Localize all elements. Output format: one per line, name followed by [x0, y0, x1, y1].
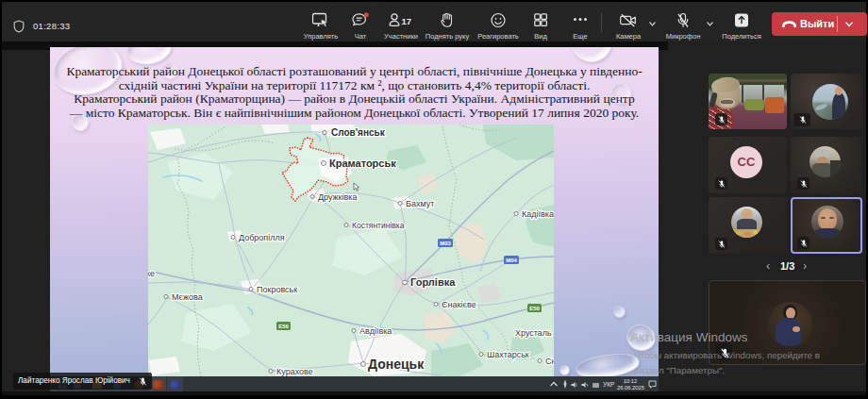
svg-text:Єнакієве: Єнакієве — [442, 300, 476, 309]
svg-text:Курахове: Курахове — [276, 367, 313, 376]
svg-text:17: 17 — [402, 16, 412, 26]
svg-text:Авдіївка: Авдіївка — [359, 326, 392, 336]
svg-text:E50: E50 — [278, 324, 289, 329]
svg-text:Шахтарськ: Шахтарськ — [487, 350, 529, 359]
svg-text:Добропілля: Добропілля — [239, 233, 285, 242]
svg-text:Покровськ: Покровськ — [257, 285, 297, 294]
svg-text:Костянтинівка: Костянтинівка — [352, 221, 405, 230]
svg-text:Донецьк: Донецьк — [368, 357, 425, 372]
svg-text:Слов'янськ: Слов'янськ — [331, 127, 386, 138]
svg-text:ке: ке — [148, 269, 155, 278]
svg-text:Хрусталь: Хрусталь — [515, 328, 552, 338]
svg-text:Сн: Сн — [545, 357, 554, 366]
svg-text:Бахмут: Бахмут — [406, 199, 434, 208]
svg-text:Дружківка: Дружківка — [318, 192, 357, 202]
svg-text:M04: M04 — [506, 258, 517, 263]
svg-text:Кадіївка: Кадіївка — [522, 209, 554, 219]
svg-text:Горлівка: Горлівка — [410, 276, 456, 288]
svg-text:Краматорськ: Краматорськ — [329, 158, 396, 169]
svg-text:Мєжова: Мєжова — [172, 292, 203, 302]
svg-text:E50: E50 — [529, 306, 540, 311]
svg-text:M03: M03 — [440, 241, 451, 246]
